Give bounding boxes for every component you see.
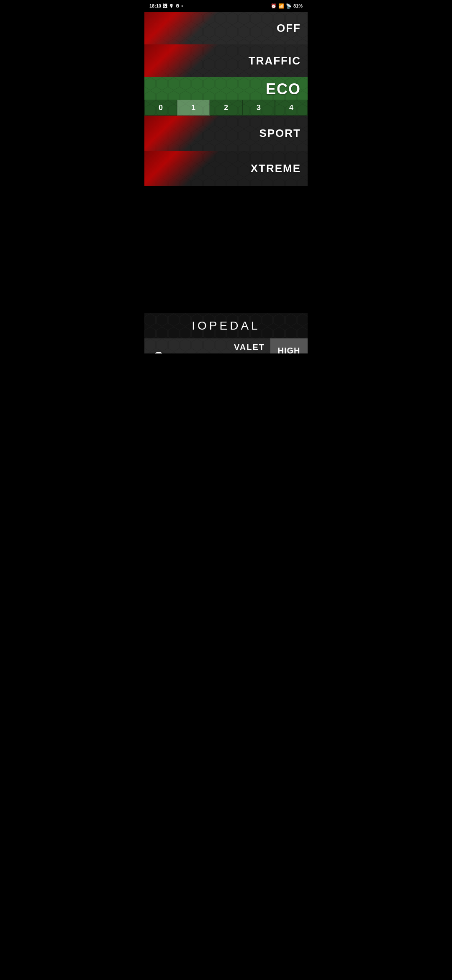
brand-section: IOPEDAL	[144, 313, 308, 338]
eco-levels: 0 1 2 3 4	[144, 100, 308, 116]
eco-top: ECO	[144, 77, 308, 100]
status-time: 18:10	[149, 3, 161, 8]
brand-logo: IOPEDAL	[192, 319, 260, 333]
mode-label-xtreme: XTREME	[251, 162, 308, 175]
status-bar: 18:10 🖼 🎙 ⚙ • ⏰ 📶 📡 81%	[144, 0, 308, 12]
signal-icon: 📡	[286, 3, 292, 9]
valet-label: VALET	[149, 343, 265, 352]
red-accent-xtreme	[144, 151, 218, 186]
mode-tile-eco[interactable]: ECO 0 1 2 3 4	[144, 77, 308, 116]
mode-tile-off[interactable]: OFF	[144, 12, 308, 44]
high-idle-button[interactable]: HIGHIDLE	[270, 338, 308, 353]
slider-sections: VALET HIGHIDLE SECURE	[144, 338, 308, 353]
eco-level-4[interactable]: 4	[275, 100, 308, 116]
status-settings-icon: ⚙	[175, 3, 180, 9]
red-accent-traffic	[144, 44, 218, 77]
mode-label-traffic: TRAFFIC	[249, 54, 308, 67]
mode-tile-traffic[interactable]: TRAFFIC	[144, 44, 308, 77]
mode-label-off: OFF	[277, 22, 308, 35]
eco-level-1[interactable]: 1	[177, 100, 210, 116]
eco-level-3[interactable]: 3	[242, 100, 275, 116]
status-right: ⏰ 📶 📡 81%	[271, 3, 303, 9]
red-accent-sport	[144, 116, 218, 151]
app-wrapper: 18:10 🖼 🎙 ⚙ • ⏰ 📶 📡 81% OFF TRAFFIC ECO	[144, 0, 308, 353]
alarm-icon: ⏰	[271, 3, 277, 9]
eco-level-0[interactable]: 0	[144, 100, 177, 116]
battery-text: 81%	[293, 3, 303, 8]
status-record-icon: 🎙	[169, 3, 174, 8]
mode-label-eco: ECO	[266, 80, 301, 98]
red-accent-off	[144, 12, 218, 44]
valet-row: VALET HIGHIDLE	[144, 338, 308, 353]
modes-container: OFF TRAFFIC ECO 0 1 2 3	[144, 12, 308, 313]
status-photo-icon: 🖼	[163, 3, 167, 8]
status-dot: •	[181, 3, 183, 8]
mode-label-sport: SPORT	[259, 127, 308, 140]
wifi-icon: 📶	[278, 3, 284, 9]
valet-slider-area: VALET	[144, 338, 270, 353]
status-left: 18:10 🖼 🎙 ⚙ •	[149, 3, 183, 9]
high-idle-text: HIGHIDLE	[278, 346, 300, 353]
eco-level-2[interactable]: 2	[210, 100, 242, 116]
mode-tile-xtreme[interactable]: XTREME	[144, 151, 308, 186]
mode-tile-sport[interactable]: SPORT	[144, 116, 308, 151]
